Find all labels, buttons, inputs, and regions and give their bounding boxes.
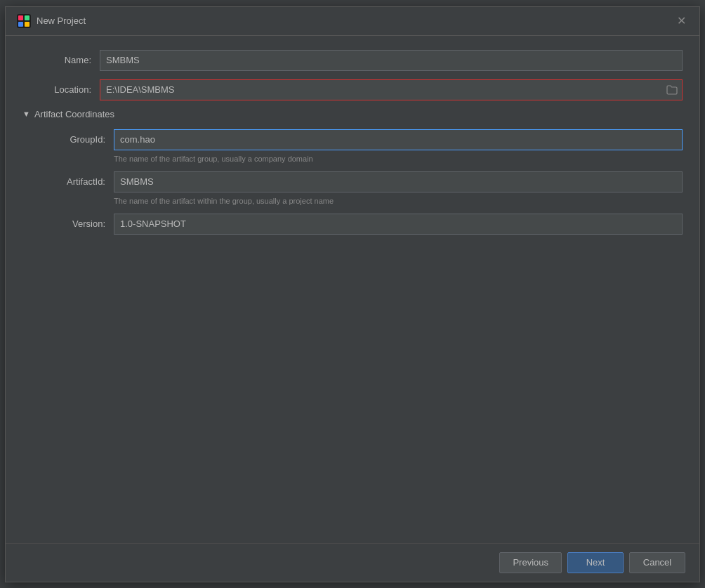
title-bar-left: New Project <box>17 14 86 28</box>
title-bar: New Project ✕ <box>6 7 699 36</box>
version-row: Version: <box>37 214 683 235</box>
location-input[interactable] <box>100 79 683 100</box>
artifact-section-title: Artifact Coordinates <box>34 109 114 119</box>
location-row-inner <box>100 79 683 100</box>
version-label: Version: <box>37 218 114 229</box>
name-row: Name: <box>22 50 683 71</box>
svg-rect-2 <box>25 15 29 20</box>
app-icon <box>17 14 31 28</box>
svg-rect-3 <box>18 22 23 27</box>
group-id-label: GroupId: <box>37 134 114 145</box>
next-button[interactable]: Next <box>567 552 624 573</box>
browse-folder-button[interactable] <box>664 82 680 98</box>
location-label: Location: <box>22 84 100 95</box>
dialog-overlay: New Project ✕ Name: Location: <box>0 0 705 588</box>
location-row: Location: <box>22 79 683 100</box>
name-input[interactable] <box>100 50 683 71</box>
previous-button[interactable]: Previous <box>499 552 562 573</box>
artifact-id-label: ArtifactId: <box>37 176 114 187</box>
dialog-footer: Previous Next Cancel <box>6 543 699 582</box>
artifact-id-row: ArtifactId: <box>37 171 683 192</box>
svg-rect-4 <box>25 22 29 27</box>
group-id-hint: The name of the artifact group, usually … <box>37 155 683 163</box>
section-collapse-arrow[interactable]: ▼ <box>22 110 30 118</box>
group-id-row: GroupId: <box>37 129 683 150</box>
dialog-content: Name: Location: ▼ Artifact Coor <box>6 36 699 543</box>
svg-rect-1 <box>18 15 23 20</box>
cancel-button[interactable]: Cancel <box>629 552 685 573</box>
group-id-input[interactable] <box>114 129 683 150</box>
dialog-title: New Project <box>37 15 86 26</box>
artifact-section-header: ▼ Artifact Coordinates <box>22 109 683 119</box>
artifact-section-content: GroupId: The name of the artifact group,… <box>22 129 683 235</box>
artifact-id-input[interactable] <box>114 171 683 192</box>
artifact-id-hint: The name of the artifact within the grou… <box>37 197 683 205</box>
name-label: Name: <box>22 55 100 65</box>
close-button[interactable]: ✕ <box>674 14 688 28</box>
new-project-dialog: New Project ✕ Name: Location: <box>5 6 700 582</box>
version-input[interactable] <box>114 214 683 235</box>
